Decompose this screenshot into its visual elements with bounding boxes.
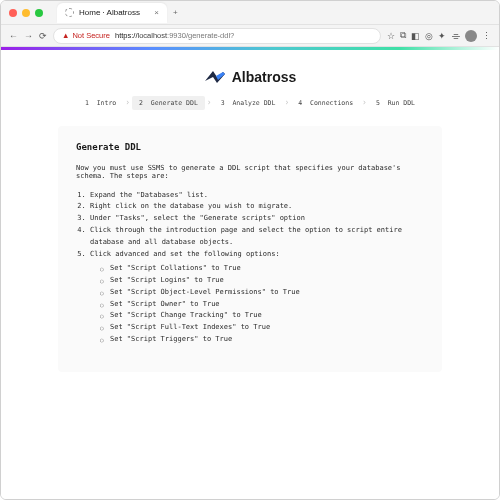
brand-logo: Albatross: [58, 68, 442, 86]
security-indicator[interactable]: ▲ Not Secure: [62, 31, 110, 40]
url-display: https://localhost:9930/generate-ddl?: [115, 31, 234, 40]
browser-window: Home · Albatross × + ← → ⟳ ▲ Not Secure …: [0, 0, 500, 500]
page-heading: Generate DDL: [76, 142, 424, 152]
star-icon[interactable]: ☆: [387, 31, 395, 41]
favicon-icon: [65, 8, 74, 17]
page-content: Albatross 1 Intro › 2 Generate DDL › 3 A…: [40, 50, 460, 413]
sub-list-item: Set "Script Logins" to True: [100, 275, 424, 287]
extension-icon-3[interactable]: ◎: [425, 31, 433, 41]
sub-list-item: Set "Script Object-Level Permissions" to…: [100, 287, 424, 299]
content-card: Generate DDL Now you must use SSMS to ge…: [58, 126, 442, 373]
sub-options-list: Set "Script Collations" to True Set "Scr…: [90, 263, 424, 346]
minimize-window-button[interactable]: [22, 9, 30, 17]
sub-list-item: Set "Script Full-Text Indexes" to True: [100, 322, 424, 334]
puzzle-icon[interactable]: ✦: [438, 31, 446, 41]
reload-button[interactable]: ⟳: [39, 31, 47, 41]
url-host: localhost: [138, 31, 168, 40]
wizard-steps: 1 Intro › 2 Generate DDL › 3 Analyze DDL…: [58, 96, 442, 110]
close-window-button[interactable]: [9, 9, 17, 17]
list-item: Click through the introduction page and …: [90, 225, 424, 249]
tab-close-button[interactable]: ×: [154, 8, 159, 17]
page-viewport: Albatross 1 Intro › 2 Generate DDL › 3 A…: [1, 50, 499, 500]
chevron-right-icon: ›: [282, 98, 291, 107]
back-button[interactable]: ←: [9, 31, 18, 41]
tab-active[interactable]: Home · Albatross ×: [57, 3, 167, 23]
intro-text: Now you must use SSMS to generate a DDL …: [76, 164, 424, 180]
sub-list-item: Set "Script Triggers" to True: [100, 334, 424, 346]
sub-list-item: Set "Script Owner" to True: [100, 299, 424, 311]
url-scheme: https: [115, 31, 131, 40]
instructions-list: Expand the "Databases" list. Right click…: [76, 190, 424, 347]
forward-button[interactable]: →: [24, 31, 33, 41]
list-item-text: Click advanced and set the following opt…: [90, 250, 280, 258]
sub-list-item: Set "Script Change Tracking" to True: [100, 310, 424, 322]
menu-icon[interactable]: ⋮: [482, 31, 491, 41]
list-item: Click advanced and set the following opt…: [90, 249, 424, 346]
chevron-right-icon: ›: [360, 98, 369, 107]
tab-title: Home · Albatross: [79, 8, 140, 17]
extension-icon-2[interactable]: ◧: [411, 31, 420, 41]
titlebar: Home · Albatross × +: [1, 1, 499, 25]
address-bar[interactable]: ▲ Not Secure https://localhost:9930/gene…: [53, 28, 381, 44]
step-intro[interactable]: 1 Intro: [78, 96, 123, 110]
list-item: Under "Tasks", select the "Generate scri…: [90, 213, 424, 225]
step-run-ddl[interactable]: 5 Run DDL: [369, 96, 422, 110]
nav-buttons: ← → ⟳: [9, 31, 47, 41]
tabstrip: Home · Albatross × +: [57, 3, 178, 23]
incognito-icon[interactable]: ⌯: [451, 31, 460, 41]
url-path: :9930/generate-ddl?: [167, 31, 234, 40]
not-secure-label: Not Secure: [72, 31, 110, 40]
new-tab-button[interactable]: +: [173, 8, 178, 17]
albatross-icon: [204, 68, 226, 86]
warning-icon: ▲: [62, 31, 69, 40]
traffic-lights: [9, 9, 43, 17]
toolbar: ← → ⟳ ▲ Not Secure https://localhost:993…: [1, 25, 499, 47]
step-analyze-ddl[interactable]: 3 Analyze DDL: [214, 96, 283, 110]
list-item: Right click on the database you wish to …: [90, 201, 424, 213]
profile-avatar[interactable]: [465, 30, 477, 42]
extension-icon[interactable]: ⧉: [400, 30, 406, 41]
step-generate-ddl[interactable]: 2 Generate DDL: [132, 96, 205, 110]
chevron-right-icon: ›: [123, 98, 132, 107]
maximize-window-button[interactable]: [35, 9, 43, 17]
toolbar-right: ☆ ⧉ ◧ ◎ ✦ ⌯ ⋮: [387, 30, 491, 42]
sub-list-item: Set "Script Collations" to True: [100, 263, 424, 275]
chevron-right-icon: ›: [205, 98, 214, 107]
list-item: Expand the "Databases" list.: [90, 190, 424, 202]
step-connections[interactable]: 4 Connections: [291, 96, 360, 110]
brand-name: Albatross: [232, 69, 297, 85]
